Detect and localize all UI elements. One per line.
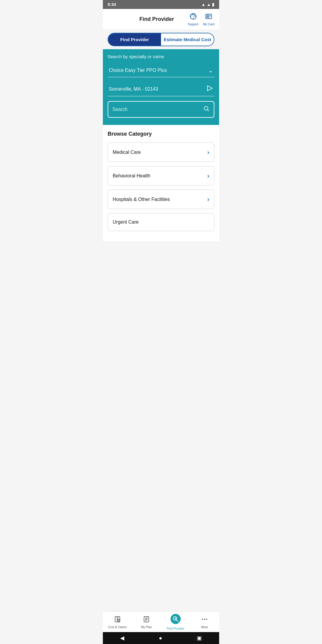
category-hospitals-label: Hospitals & Other Facilities [113, 197, 170, 202]
browse-section: Browse Category Medical Care › Behaviora… [103, 125, 219, 241]
header-icons: Support My Card [188, 13, 214, 26]
hospitals-arrow-icon: › [207, 196, 209, 203]
my-card-icon [205, 13, 213, 22]
location-row[interactable]: Somerville, MA - 02143 [108, 82, 214, 96]
search-label: Search by specialty or name [108, 54, 214, 59]
location-text: Somerville, MA - 02143 [109, 86, 158, 92]
browse-category-title: Browse Category [108, 131, 214, 137]
svg-marker-4 [208, 86, 213, 91]
location-icon [207, 85, 213, 93]
estimate-cost-tab[interactable]: Estimate Medical Cost [161, 33, 214, 46]
page-title: Find Provider [126, 16, 188, 22]
category-urgent-care[interactable]: Urgent Care [108, 213, 214, 231]
tab-toggle: Find Provider Estimate Medical Cost [108, 33, 214, 46]
battery-icon: ▮ [212, 2, 214, 7]
status-time: 5:34 [108, 2, 116, 7]
search-input[interactable] [112, 107, 200, 112]
support-button[interactable]: Support [188, 13, 198, 26]
search-box [108, 101, 214, 118]
category-behavioral-health[interactable]: Behavioral Health › [108, 166, 214, 185]
status-icons: ▲ ▲ ▮ [201, 2, 214, 7]
find-provider-tab[interactable]: Find Provider [108, 33, 161, 46]
plan-name: Choice Easy Tier PPO Plus [109, 68, 167, 73]
wifi-icon: ▲ [201, 2, 205, 7]
support-icon [189, 13, 197, 22]
search-section: Search by specialty or name Choice Easy … [103, 49, 219, 125]
category-medical-care[interactable]: Medical Care › [108, 143, 214, 162]
search-icon [203, 105, 210, 114]
category-medical-care-label: Medical Care [113, 150, 141, 155]
signal-icon: ▲ [207, 2, 211, 7]
my-card-label: My Card [203, 23, 214, 26]
category-urgent-care-label: Urgent Care [113, 219, 139, 225]
dropdown-arrow-icon: ⌄ [208, 67, 213, 74]
svg-point-3 [207, 15, 208, 16]
status-bar: 5:34 ▲ ▲ ▮ [103, 0, 219, 9]
medical-care-arrow-icon: › [207, 149, 209, 156]
svg-line-6 [208, 110, 209, 111]
category-behavioral-health-label: Behavioral Health [113, 173, 150, 179]
category-hospitals[interactable]: Hospitals & Other Facilities › [108, 190, 214, 209]
svg-point-1 [193, 18, 193, 18]
plan-dropdown[interactable]: Choice Easy Tier PPO Plus ⌄ [108, 64, 214, 77]
svg-point-5 [204, 106, 208, 110]
support-label: Support [188, 23, 198, 26]
behavioral-health-arrow-icon: › [207, 172, 209, 179]
header: Find Provider Support [103, 9, 219, 30]
my-card-button[interactable]: My Card [203, 13, 214, 26]
